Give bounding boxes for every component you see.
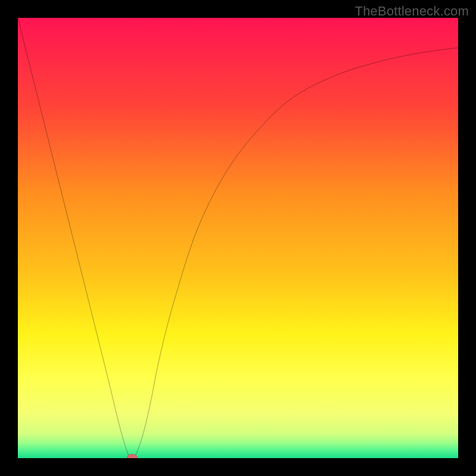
minimum-marker-icon xyxy=(127,454,137,458)
watermark-text: TheBottleneck.com xyxy=(355,4,469,19)
bottleneck-curve xyxy=(18,18,458,458)
chart-frame: TheBottleneck.com xyxy=(0,0,476,476)
plot-area xyxy=(18,18,458,458)
